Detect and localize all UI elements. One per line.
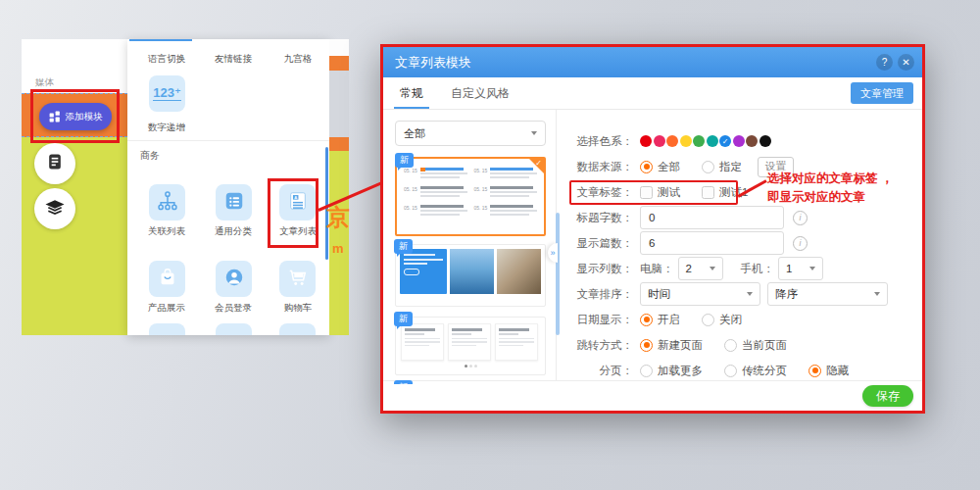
pc-label: 电脑： <box>640 262 674 276</box>
module-tile-related-list[interactable] <box>149 184 185 220</box>
template-card-photo[interactable]: 新 <box>395 244 546 307</box>
dialog-title: 文章列表模块 <box>395 54 871 72</box>
title-length-row: 标题字数： i <box>563 205 922 230</box>
new-badge: 新 <box>395 153 414 168</box>
template-filter-select[interactable]: 全部 <box>395 121 546 146</box>
radio-on-icon <box>640 314 653 326</box>
shopping-bag-icon <box>157 267 178 292</box>
panel-divider <box>127 140 329 141</box>
annotation-text-line1: 选择对应的文章标签 ， <box>767 171 893 187</box>
media-section-label: 媒体 <box>35 76 54 89</box>
color-swatch[interactable] <box>693 135 705 147</box>
radio-traditional-paging[interactable]: 传统分页 <box>724 364 787 378</box>
radio-off-icon <box>724 339 737 352</box>
module-tile-partial <box>149 323 185 335</box>
color-swatch[interactable] <box>680 135 692 147</box>
module-label-related-list[interactable]: 关联列表 <box>139 225 194 238</box>
caret-down-icon <box>809 267 815 270</box>
article-manage-button[interactable]: 文章管理 <box>851 82 913 104</box>
svg-text:A: A <box>294 194 297 199</box>
tab-general[interactable]: 常规 <box>400 77 423 109</box>
caret-down-icon <box>874 292 880 296</box>
content-tool-button[interactable] <box>34 143 75 184</box>
template-card-text-list[interactable]: 新 ✓ 05. 15 05. 15 05. 15 05. 15 05. 15 <box>395 157 546 236</box>
module-label-article-list[interactable]: 文章列表 <box>270 225 325 238</box>
info-icon: i <box>793 211 808 225</box>
color-swatch[interactable] <box>760 135 771 147</box>
checkbox-tag-test[interactable]: 测试 <box>640 185 680 200</box>
radio-date-off[interactable]: 关闭 <box>702 313 742 327</box>
module-tile-article-list[interactable]: A <box>279 184 316 220</box>
display-count-input[interactable] <box>640 231 784 255</box>
module-label-grid9[interactable]: 九宫格 <box>270 53 325 66</box>
color-swatch-selected[interactable]: ✓ <box>719 135 731 147</box>
mobile-columns-select[interactable]: 1 <box>778 257 823 280</box>
panel-tab-indicator <box>129 39 192 41</box>
tab-custom-style[interactable]: 自定义风格 <box>451 77 510 109</box>
radio-source-specified[interactable]: 指定 <box>702 160 742 174</box>
module-label-member-login[interactable]: 会员登录 <box>206 302 261 315</box>
module-label-cart[interactable]: 购物车 <box>270 302 325 315</box>
layers-tool-button[interactable] <box>34 188 75 229</box>
save-button[interactable]: 保存 <box>862 385 913 407</box>
mobile-label: 手机： <box>741 262 775 276</box>
field-label: 标题字数： <box>563 211 633 225</box>
module-label-links[interactable]: 友情链接 <box>206 53 261 66</box>
close-icon[interactable]: ✕ <box>898 54 914 71</box>
check-icon: ✓ <box>535 159 542 168</box>
radio-date-on[interactable]: 开启 <box>640 313 680 327</box>
field-label: 显示列数： <box>563 262 633 276</box>
color-swatch[interactable] <box>666 135 678 147</box>
new-badge: 新 <box>394 239 413 254</box>
caret-down-icon <box>710 267 715 270</box>
module-label-product-display[interactable]: 产品展示 <box>139 302 194 315</box>
radio-source-all[interactable]: 全部 <box>640 160 680 174</box>
background-logo-char: 京 <box>326 202 350 233</box>
columns-row: 显示列数： 电脑： 2 手机： 1 <box>563 256 922 281</box>
section-label-business: 商务 <box>140 149 160 163</box>
module-label-number-increment[interactable]: 数字递增 <box>139 122 194 134</box>
color-swatch[interactable] <box>640 135 652 147</box>
color-swatch[interactable] <box>746 135 758 147</box>
module-grid-icon <box>49 111 61 122</box>
date-display-row: 日期显示： 开启 关闭 <box>563 307 922 332</box>
module-tile-partial <box>279 323 316 335</box>
module-tile-general-category[interactable] <box>216 184 252 220</box>
radio-current-page[interactable]: 当前页面 <box>724 338 787 353</box>
background-logo-char2: m <box>332 241 344 256</box>
layers-icon <box>45 197 65 220</box>
field-label: 数据来源： <box>563 160 633 174</box>
radio-load-more[interactable]: 加载更多 <box>640 364 703 378</box>
field-label: 显示篇数： <box>563 236 633 251</box>
template-list-scrollbar[interactable] <box>556 213 560 335</box>
module-tile-member-login[interactable] <box>216 261 252 297</box>
pc-columns-select[interactable]: 2 <box>678 257 723 280</box>
module-label-language[interactable]: 语言切换 <box>139 53 194 66</box>
template-card-columns[interactable]: 新 <box>395 317 546 375</box>
color-swatch[interactable] <box>733 135 745 147</box>
sort-field-select[interactable]: 时间 <box>640 282 760 306</box>
help-icon[interactable]: ? <box>876 54 893 71</box>
new-badge: 新 <box>394 312 413 326</box>
article-list-module-dialog: 文章列表模块 ? ✕ 常规 自定义风格 文章管理 全部 新 ✓ <box>380 44 925 414</box>
preview-photo <box>450 249 494 294</box>
color-swatch[interactable] <box>654 135 665 147</box>
module-tile-product-display[interactable] <box>149 261 185 297</box>
template-list: 全部 新 ✓ 05. 15 05. 15 05. 15 <box>383 110 557 384</box>
radio-new-page[interactable]: 新建页面 <box>640 338 703 353</box>
org-chart-icon <box>157 190 178 216</box>
color-swatch[interactable] <box>707 135 718 147</box>
module-tile-partial <box>216 323 252 335</box>
field-label: 日期显示： <box>563 313 633 327</box>
title-length-input[interactable] <box>640 206 784 229</box>
add-module-button[interactable]: 添加模块 <box>39 103 112 130</box>
sort-order-select[interactable]: 降序 <box>767 282 888 306</box>
module-tile-number-increment[interactable]: 123⁺ <box>149 75 185 112</box>
card-preview-content <box>396 245 545 298</box>
member-icon <box>223 267 245 292</box>
module-tile-cart[interactable] <box>279 261 316 297</box>
radio-hidden[interactable]: 隐藏 <box>808 364 849 378</box>
module-label-general-category[interactable]: 通用分类 <box>206 225 261 238</box>
radio-on-icon <box>808 365 821 377</box>
cart-icon <box>287 267 309 292</box>
